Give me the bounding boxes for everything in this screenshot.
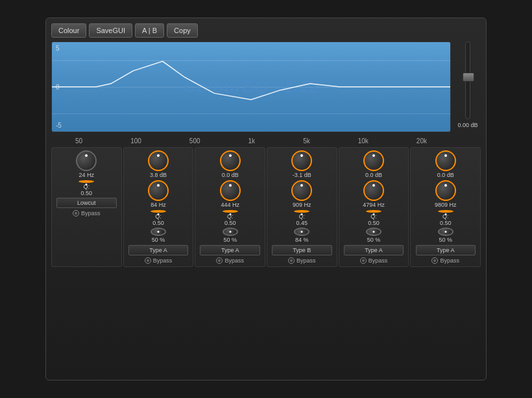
ch6-gain-knob[interactable] — [435, 150, 456, 171]
ab-button[interactable]: A | B — [135, 23, 164, 38]
eq-curve — [52, 42, 450, 132]
ch6-bypass-icon[interactable] — [431, 257, 438, 264]
ch2-freq-value: 84 Hz — [151, 202, 166, 208]
ch6-gain-value: 0.0 dB — [437, 172, 454, 178]
ch4-bypass-icon[interactable] — [288, 257, 295, 264]
ch5-blend-value: 50 % — [367, 237, 381, 243]
ch3-freq-knob-dot — [229, 184, 232, 187]
ch3-q-knob[interactable] — [223, 210, 238, 213]
ch6-freq-value: 9809 Hz — [435, 202, 457, 208]
ch6-blend-knob-container: 50 % — [438, 228, 453, 243]
eq-display[interactable]: 5 0 -5 ColourEQ v1.12 — [51, 41, 451, 132]
ch3-gain-knob-dot — [229, 154, 232, 157]
ch2-gain-knob[interactable] — [148, 150, 169, 171]
ch4-blend-knob[interactable] — [294, 228, 309, 236]
channel-6: 0.0 dB 9809 Hz Q: 0.50 50 % Type A — [410, 147, 481, 267]
ch6-bypass-row: Bypass — [431, 257, 459, 264]
ch6-type-button[interactable]: Type A — [416, 245, 476, 255]
ch2-blend-knob[interactable] — [151, 228, 166, 236]
ch4-gain-value: -3.1 dB — [293, 172, 311, 178]
freq-label-20k: 20k — [417, 137, 427, 145]
ch1-freq-knob[interactable] — [76, 150, 97, 171]
ch2-gain-knob-container: 3.8 dB — [125, 150, 192, 178]
ch3-bypass-icon[interactable] — [216, 257, 223, 264]
ch2-q-knob[interactable] — [151, 210, 166, 213]
ch1-q-knob-container: Q: 0.50 — [79, 180, 94, 196]
freq-labels-row: 50 100 500 1k 5k 10k 20k — [51, 137, 481, 145]
ch5-freq-knob[interactable] — [363, 180, 384, 201]
ch3-q-knob-dot — [229, 213, 231, 215]
ch2-freq-knob[interactable] — [148, 180, 169, 201]
ch5-freq-value: 4794 Hz — [363, 202, 385, 208]
ch3-freq-value: 444 Hz — [221, 202, 239, 208]
freq-label-50: 50 — [75, 137, 82, 145]
ch2-gain-value: 3.8 dB — [150, 172, 167, 178]
ch6-blend-knob-dot — [444, 231, 446, 233]
ch3-blend-knob-container: 50 % — [223, 228, 238, 243]
channel-2: 3.8 dB 84 Hz Q: 0.50 50 % Type A — [123, 147, 194, 267]
ch1-q-value: Q: 0.50 — [79, 183, 94, 196]
ch2-bypass-icon[interactable] — [145, 257, 151, 264]
channels: 24 Hz Q: 0.50 Lowcut Bypass 3.8 dB — [51, 147, 481, 267]
ch2-freq-knob-dot — [157, 184, 160, 187]
ch2-bypass-row: Bypass — [145, 257, 173, 264]
ch1-bypass-icon[interactable] — [73, 210, 79, 217]
ch5-bypass-icon[interactable] — [360, 257, 367, 264]
channel-3: 0.0 dB 444 Hz Q: 0.50 50 % Type A — [195, 147, 265, 267]
ch6-freq-knob-dot — [444, 184, 447, 187]
plugin-container: Colour SaveGUI A | B Copy 5 0 -5 ColourE… — [45, 18, 487, 380]
ch1-freq-knob-container: 24 Hz — [53, 150, 120, 178]
ch6-gain-knob-container: 0.0 dB — [412, 150, 479, 178]
ch2-q-knob-dot — [158, 213, 160, 215]
toolbar: Colour SaveGUI A | B Copy — [51, 23, 481, 38]
copy-button[interactable]: Copy — [167, 23, 198, 38]
ch5-q-value: Q: 0.50 — [366, 213, 381, 226]
ch4-q-knob-container: Q: 0.45 — [294, 210, 309, 226]
ch5-type-button[interactable]: Type A — [344, 245, 404, 255]
ch5-blend-knob-container: 50 % — [366, 228, 381, 243]
ch5-bypass-row: Bypass — [360, 257, 388, 264]
ch3-gain-knob[interactable] — [220, 150, 241, 171]
fader-area: 0.00 dB — [455, 41, 481, 132]
ch2-q-knob-container: Q: 0.50 — [151, 210, 166, 226]
ch6-blend-knob[interactable] — [438, 228, 453, 236]
ch3-bypass-row: Bypass — [216, 257, 244, 264]
freq-labels-inner: 50 100 500 1k 5k 10k 20k — [51, 137, 451, 145]
ch1-type-button[interactable]: Lowcut — [56, 198, 116, 208]
ch5-gain-value: 0.0 dB — [365, 172, 382, 178]
ch4-q-knob[interactable] — [294, 210, 309, 213]
ch2-blend-value: 50 % — [152, 237, 165, 243]
fader-value: 0.00 dB — [457, 122, 478, 128]
ch4-type-button[interactable]: Type B — [272, 245, 332, 255]
ch5-gain-knob[interactable] — [363, 150, 384, 171]
fader-thumb[interactable] — [463, 73, 474, 82]
ch6-freq-knob[interactable] — [435, 180, 456, 201]
ch2-blend-knob-dot — [158, 231, 160, 233]
ch1-bypass-row: Bypass — [73, 210, 101, 217]
ch6-blend-value: 50 % — [439, 237, 452, 243]
ch1-q-knob-dot — [86, 183, 88, 185]
ch4-freq-knob-container: 909 Hz — [269, 180, 335, 208]
freq-label-500: 500 — [189, 137, 200, 145]
ch1-bypass-label: Bypass — [81, 210, 101, 217]
ch2-freq-knob-container: 84 Hz — [125, 180, 192, 208]
ch5-freq-knob-dot — [372, 184, 375, 187]
ch4-freq-knob[interactable] — [291, 180, 312, 201]
savegui-button[interactable]: SaveGUI — [89, 23, 132, 38]
ch4-gain-knob-dot — [300, 154, 304, 157]
ch3-type-button[interactable]: Type A — [200, 245, 260, 255]
ch6-q-knob[interactable] — [438, 210, 453, 213]
ch4-freq-value: 909 Hz — [293, 202, 311, 208]
ch5-blend-knob[interactable] — [366, 228, 381, 236]
fader-track[interactable] — [465, 41, 470, 119]
ch3-freq-knob[interactable] — [220, 180, 241, 201]
ch3-blend-knob[interactable] — [223, 228, 238, 236]
ch5-q-knob[interactable] — [366, 210, 381, 213]
ch4-freq-knob-dot — [300, 184, 303, 187]
ch6-q-knob-container: Q: 0.50 — [438, 210, 453, 226]
ch1-q-knob[interactable] — [79, 180, 94, 183]
colour-button[interactable]: Colour — [51, 23, 86, 38]
ch4-gain-knob[interactable] — [291, 150, 312, 171]
ch2-type-button[interactable]: Type A — [128, 245, 188, 255]
freq-label-5k: 5k — [303, 137, 310, 145]
